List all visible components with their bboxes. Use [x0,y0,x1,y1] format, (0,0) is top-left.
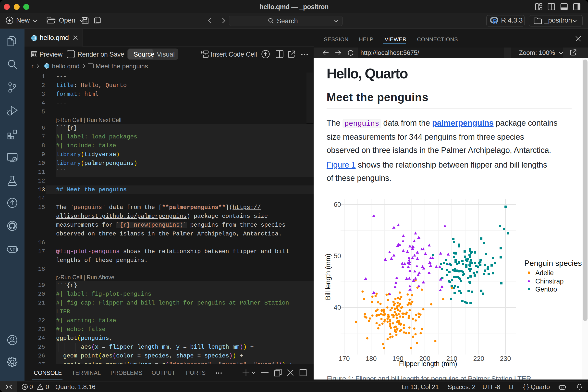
svg-text:170: 170 [338,355,350,362]
svg-text:220: 220 [473,355,484,362]
svg-text:60: 60 [334,201,341,208]
svg-text:R: R [493,18,497,24]
svg-text:Bill length (mm): Bill length (mm) [324,254,332,300]
svg-text:Penguin species: Penguin species [524,259,582,268]
svg-text:230: 230 [500,355,511,362]
svg-text:Gentoo: Gentoo [535,286,557,293]
svg-text:Adelie: Adelie [535,269,554,276]
svg-text:40: 40 [334,304,341,311]
svg-text:50: 50 [334,252,341,260]
svg-text:Flipper length (mm): Flipper length (mm) [399,360,457,368]
svg-text:Chinstrap: Chinstrap [535,278,564,285]
svg-text:180: 180 [366,355,376,362]
